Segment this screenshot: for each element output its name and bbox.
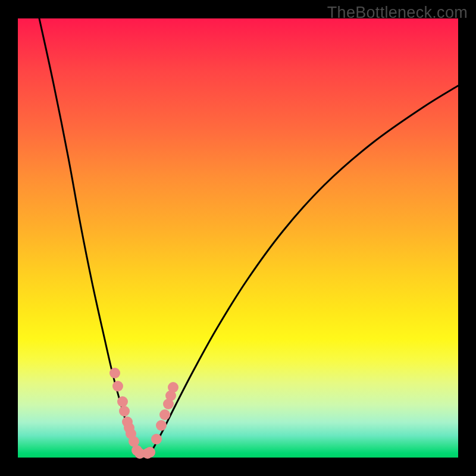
plot-area	[18, 18, 458, 458]
watermark-text: TheBottleneck.com	[327, 4, 468, 22]
curve-lines	[39, 18, 458, 454]
data-point	[117, 396, 128, 407]
series-left-branch	[39, 18, 138, 454]
data-point	[168, 382, 178, 393]
data-points	[109, 368, 178, 459]
data-point	[109, 368, 120, 378]
chart-svg	[18, 18, 458, 458]
data-point	[119, 406, 130, 416]
data-point	[112, 381, 123, 392]
data-point	[156, 420, 167, 431]
data-point	[145, 447, 155, 458]
data-point	[159, 409, 170, 420]
chart-frame: TheBottleneck.com	[0, 0, 476, 476]
data-point	[151, 434, 162, 444]
series-right-branch	[150, 86, 458, 454]
